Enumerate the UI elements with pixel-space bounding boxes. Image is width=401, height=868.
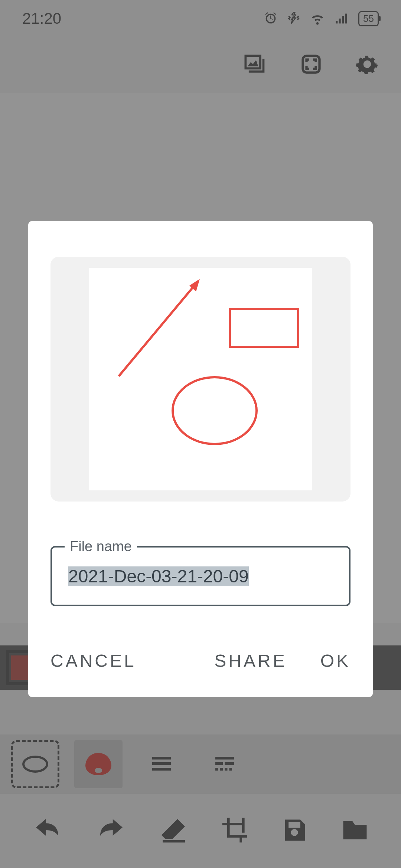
share-button[interactable]: SHARE — [214, 643, 287, 678]
cancel-button[interactable]: CANCEL — [50, 643, 136, 678]
preview-rect-shape — [229, 308, 299, 348]
preview-canvas — [89, 268, 312, 490]
svg-line-16 — [119, 283, 197, 376]
preview-frame — [50, 257, 351, 502]
filename-input-wrap[interactable]: File name 2021-Dec-03-21-20-09 — [50, 546, 351, 606]
filename-input[interactable]: 2021-Dec-03-21-20-09 — [68, 566, 333, 586]
dialog-actions: CANCEL SHARE OK — [50, 643, 351, 678]
filename-label: File name — [65, 539, 137, 555]
ok-button[interactable]: OK — [320, 643, 351, 678]
save-dialog: File name 2021-Dec-03-21-20-09 CANCEL SH… — [28, 221, 373, 697]
preview-arrow-shape — [115, 276, 204, 380]
preview-ellipse-shape — [172, 376, 258, 445]
